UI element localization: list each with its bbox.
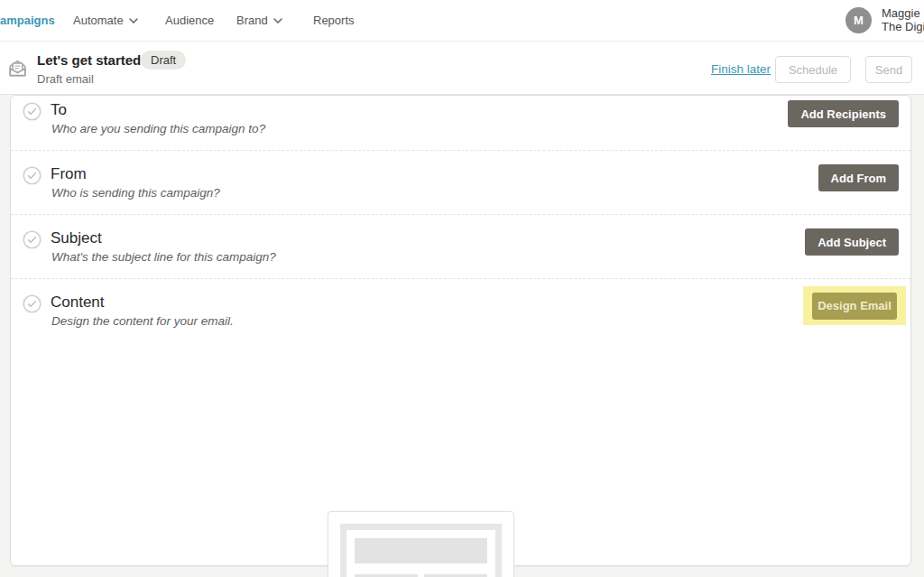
avatar[interactable]: M bbox=[845, 7, 872, 33]
design-email-highlight: Design Email bbox=[803, 286, 906, 325]
checklist-row-content: Content Design the content for your emai… bbox=[11, 279, 910, 566]
check-circle-icon bbox=[23, 102, 42, 121]
checklist-row-from: From Who is sending this campaign? Add F… bbox=[11, 151, 910, 215]
email-preview-frame bbox=[340, 524, 502, 577]
add-subject-button[interactable]: Add Subject bbox=[805, 228, 899, 256]
section-title-subject: Subject bbox=[51, 229, 102, 247]
nav-item-brand[interactable]: Brand bbox=[236, 14, 282, 27]
section-description: Who is sending this campaign? bbox=[51, 186, 220, 200]
top-nav: ampaigns Automate Audience Brand Reports… bbox=[0, 0, 924, 42]
section-title-content: Content bbox=[51, 293, 105, 312]
design-email-button[interactable]: Design Email bbox=[812, 293, 897, 320]
section-description: What's the subject line for this campaig… bbox=[51, 250, 276, 264]
nav-item-campaigns[interactable]: ampaigns bbox=[0, 14, 55, 27]
user-org: The Digit bbox=[882, 20, 924, 33]
email-envelope-icon bbox=[6, 57, 29, 79]
preview-header-block bbox=[355, 538, 487, 563]
nav-item-label: Reports bbox=[313, 14, 355, 27]
checklist-row-to: To Who are you sending this campaign to?… bbox=[11, 96, 910, 151]
section-description: Design the content for your email. bbox=[51, 314, 234, 328]
email-preview-thumbnail bbox=[328, 511, 514, 577]
nav-item-label: Brand bbox=[236, 14, 268, 27]
send-button[interactable]: Send bbox=[865, 56, 912, 83]
page-title: Let's get started! bbox=[37, 52, 145, 68]
nav-item-reports[interactable]: Reports bbox=[313, 14, 355, 27]
nav-item-label: ampaigns bbox=[0, 14, 55, 27]
chevron-down-icon bbox=[129, 18, 138, 23]
add-recipients-button[interactable]: Add Recipients bbox=[788, 100, 899, 127]
nav-item-audience[interactable]: Audience bbox=[165, 14, 214, 27]
schedule-button[interactable]: Schedule bbox=[775, 56, 851, 83]
nav-item-label: Automate bbox=[73, 14, 124, 27]
check-circle-icon bbox=[23, 230, 42, 249]
user-name: Maggie bbox=[882, 6, 924, 20]
user-name-block[interactable]: Maggie The Digit bbox=[882, 6, 924, 33]
check-circle-icon bbox=[23, 294, 42, 313]
check-circle-icon bbox=[23, 166, 42, 185]
chevron-down-icon bbox=[273, 18, 282, 23]
page-subtitle: Draft email bbox=[37, 72, 94, 86]
status-badge: Draft bbox=[141, 51, 186, 70]
section-title-from: From bbox=[51, 165, 87, 183]
section-description: Who are you sending this campaign to? bbox=[51, 122, 265, 135]
add-from-button[interactable]: Add From bbox=[818, 164, 899, 191]
section-title-to: To bbox=[51, 101, 67, 119]
nav-item-automate[interactable]: Automate bbox=[73, 14, 138, 27]
finish-later-link[interactable]: Finish later bbox=[711, 62, 771, 76]
campaign-checklist-card: To Who are you sending this campaign to?… bbox=[10, 95, 911, 566]
nav-item-label: Audience bbox=[165, 14, 214, 27]
checklist-row-subject: Subject What's the subject line for this… bbox=[11, 215, 910, 279]
campaign-header: Let's get started! Draft Draft email Fin… bbox=[0, 42, 924, 95]
